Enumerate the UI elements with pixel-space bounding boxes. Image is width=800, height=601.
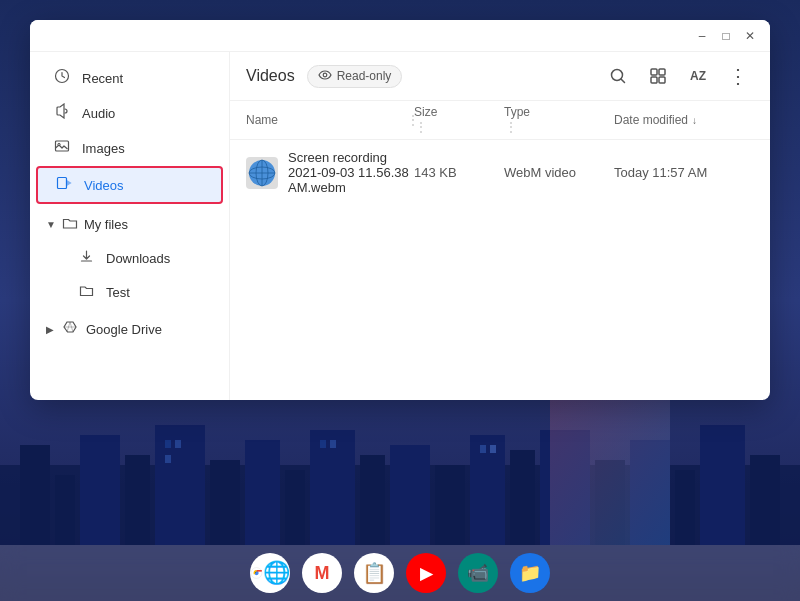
- svg-rect-12: [435, 465, 465, 545]
- sidebar-item-audio[interactable]: Audio: [36, 96, 223, 130]
- svg-rect-35: [651, 69, 657, 75]
- audio-icon: [52, 103, 72, 123]
- toolbar-title: Videos: [246, 67, 295, 85]
- sort-direction-icon: ↓: [692, 115, 697, 126]
- eye-icon: [318, 68, 332, 85]
- svg-rect-4: [125, 455, 150, 545]
- taskbar-icon-chrome[interactable]: 🌐: [250, 553, 290, 593]
- svg-rect-36: [659, 69, 665, 75]
- close-button[interactable]: ✕: [738, 24, 762, 48]
- sidebar-group-myfiles: ▼ My files: [30, 208, 229, 309]
- svg-rect-26: [480, 445, 486, 453]
- sidebar-group-myfiles-header[interactable]: ▼ My files: [30, 208, 229, 241]
- read-only-label: Read-only: [337, 69, 392, 83]
- svg-rect-3: [80, 435, 120, 545]
- svg-rect-27: [490, 445, 496, 453]
- sidebar-myfiles-children: Downloads Test: [30, 242, 229, 309]
- svg-rect-1: [20, 445, 50, 545]
- sidebar-item-googledrive[interactable]: ▶ Google Drive: [30, 313, 229, 346]
- file-list: Screen recording 2021-09-03 11.56.38 AM.…: [230, 140, 770, 400]
- col-modified-label[interactable]: Date modified: [614, 113, 688, 127]
- svg-rect-25: [330, 440, 336, 448]
- taskbar-icon-docs[interactable]: 📋: [354, 553, 394, 593]
- downloads-icon: [76, 249, 96, 268]
- sidebar-item-test[interactable]: Test: [60, 276, 223, 309]
- svg-rect-2: [55, 475, 75, 545]
- read-only-badge: Read-only: [307, 65, 403, 88]
- col-resize-handle-3[interactable]: ⋮: [504, 119, 518, 135]
- svg-rect-11: [390, 445, 430, 545]
- svg-rect-10: [360, 455, 385, 545]
- file-thumbnail: [246, 157, 278, 189]
- file-size: 143 KB: [414, 165, 504, 180]
- svg-rect-28: [550, 385, 670, 545]
- taskbar-icon-youtube[interactable]: ▶: [406, 553, 446, 593]
- col-resize-handle-1[interactable]: ⋮: [406, 112, 414, 128]
- sidebar-item-recent-label: Recent: [82, 71, 123, 86]
- svg-rect-23: [165, 455, 171, 463]
- window-content: Recent Audio: [30, 52, 770, 400]
- svg-rect-22: [175, 440, 181, 448]
- taskbar-icon-files[interactable]: 📁: [510, 553, 550, 593]
- svg-rect-14: [510, 450, 535, 545]
- column-headers: Name ⋮ Size ⋮ Type ⋮ Date modified ↓: [230, 101, 770, 140]
- videos-icon: [54, 175, 74, 195]
- svg-rect-19: [700, 425, 745, 545]
- col-header-size: Size ⋮: [414, 105, 504, 135]
- toolbar-actions: AZ ⋮: [602, 60, 754, 92]
- search-button[interactable]: [602, 60, 634, 92]
- more-menu-button[interactable]: ⋮: [722, 60, 754, 92]
- test-folder-icon: [76, 283, 96, 302]
- grid-view-button[interactable]: [642, 60, 674, 92]
- sidebar-item-images-label: Images: [82, 141, 125, 156]
- svg-rect-21: [165, 440, 171, 448]
- sidebar-item-downloads[interactable]: Downloads: [60, 242, 223, 275]
- svg-rect-37: [651, 77, 657, 83]
- cityscape-decoration: [0, 385, 800, 545]
- svg-rect-13: [470, 435, 505, 545]
- sidebar-item-images[interactable]: Images: [36, 131, 223, 165]
- col-size-label[interactable]: Size: [414, 105, 504, 119]
- sidebar: Recent Audio: [30, 52, 230, 400]
- file-type: WebM video: [504, 165, 614, 180]
- taskbar-icon-meet[interactable]: 📹: [458, 553, 498, 593]
- main-panel: Videos Read-only: [230, 52, 770, 400]
- googledrive-icon: [62, 320, 78, 339]
- sidebar-item-videos[interactable]: Videos: [36, 166, 223, 204]
- minimize-button[interactable]: –: [690, 24, 714, 48]
- col-name-label[interactable]: Name: [246, 113, 406, 127]
- svg-rect-24: [320, 440, 326, 448]
- taskbar: 🌐 M 📋 ▶ 📹 📁: [0, 545, 800, 601]
- images-icon: [52, 138, 72, 158]
- col-type-label[interactable]: Type: [504, 105, 614, 119]
- sort-button[interactable]: AZ: [682, 60, 714, 92]
- googledrive-chevron-icon: ▶: [46, 324, 54, 335]
- col-resize-handle-2[interactable]: ⋮: [414, 119, 428, 135]
- file-manager-window: – □ ✕ Recent: [30, 20, 770, 400]
- table-row[interactable]: Screen recording 2021-09-03 11.56.38 AM.…: [230, 144, 770, 201]
- sidebar-item-recent[interactable]: Recent: [36, 61, 223, 95]
- svg-rect-32: [58, 178, 67, 189]
- titlebar: – □ ✕: [30, 20, 770, 52]
- sidebar-item-test-label: Test: [106, 285, 130, 300]
- file-name: Screen recording 2021-09-03 11.56.38 AM.…: [288, 150, 414, 195]
- myfiles-label: My files: [84, 217, 128, 232]
- taskbar-icon-gmail[interactable]: M: [302, 553, 342, 593]
- col-header-name: Name: [246, 113, 406, 127]
- file-date-modified: Today 11:57 AM: [614, 165, 754, 180]
- col-header-modified: Date modified ↓: [614, 113, 754, 127]
- myfiles-folder-icon: [62, 215, 78, 234]
- svg-point-33: [323, 73, 327, 77]
- svg-rect-8: [285, 470, 305, 545]
- svg-rect-20: [750, 455, 780, 545]
- recent-icon: [52, 68, 72, 88]
- myfiles-chevron-icon: ▼: [46, 219, 56, 230]
- svg-rect-38: [659, 77, 665, 83]
- maximize-button[interactable]: □: [714, 24, 738, 48]
- sidebar-item-videos-label: Videos: [84, 178, 124, 193]
- col-header-type: Type ⋮: [504, 105, 614, 135]
- toolbar: Videos Read-only: [230, 52, 770, 101]
- svg-rect-18: [675, 470, 695, 545]
- sidebar-item-downloads-label: Downloads: [106, 251, 170, 266]
- svg-rect-7: [245, 440, 280, 545]
